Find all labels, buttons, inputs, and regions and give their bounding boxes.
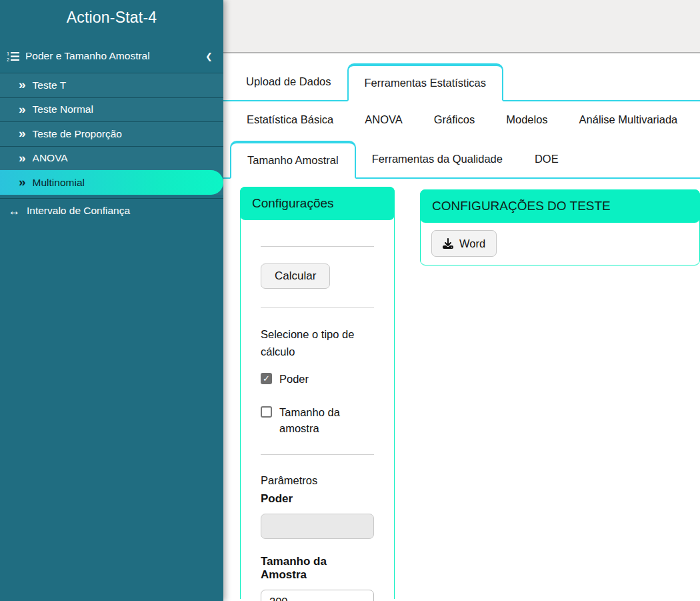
checkbox-label: Tamanho da amostra [279,405,374,437]
double-chevron-icon: » [19,127,26,139]
divider [261,454,374,455]
checkbox-row-tamanho-da-amostra[interactable]: Tamanho da amostra [261,405,374,437]
panels-container: Configurações Calcular Selecione o tipo … [223,179,700,599]
sidebar-item-teste-de-proporcao[interactable]: » Teste de Proporção [0,121,223,146]
nav-modelos[interactable]: Modelos [506,113,547,126]
config-panel-body: Calcular Selecione o tipo de cálculo Pod… [241,246,394,601]
divider [261,246,374,247]
sidebar-submenu: » Teste T » Teste Normal » Teste de Prop… [0,73,223,195]
sidebar-item-teste-normal[interactable]: » Teste Normal [0,97,223,122]
test-config-panel: CONFIGURAÇÕES DO TESTE Word [420,189,700,265]
divider [261,307,374,308]
sidebar-item-label: Teste T [33,79,67,91]
sidebar-item-anova[interactable]: » ANOVA [0,146,223,171]
calculate-button[interactable]: Calcular [261,263,330,289]
word-export-button[interactable]: Word [431,230,497,257]
config-panel: Configurações Calcular Selecione o tipo … [240,187,395,599]
sidebar-item-multinomial[interactable]: » Multinomial [0,170,223,195]
tab-label: Tamanho Amostral [247,154,339,167]
sidebar-item-teste-t[interactable]: » Teste T [0,73,223,97]
arrows-horizontal-icon: ↔ [8,205,20,217]
tab-doe[interactable]: DOE [519,141,575,177]
double-chevron-icon: » [19,175,26,188]
test-config-panel-header: CONFIGURAÇÕES DO TESTE [420,189,700,223]
nav-graficos[interactable]: Gráficos [434,113,475,126]
nav-anova[interactable]: ANOVA [365,113,403,126]
app-title: Action-Stat-4 [0,0,223,33]
tab-ferramentas-estatisticas[interactable]: Ferramentas Estatísticas [347,63,503,101]
tab-ferramentas-da-qualidade[interactable]: Ferramentas da Qualidade [356,141,519,177]
sidebar-menu-label: Poder e Tamanho Amostral [25,50,199,62]
sidebar-item-label: Teste de Proporção [33,128,122,140]
parameters-label: Parâmetros [261,474,374,487]
primary-tab-row: Upload de Dados Ferramentas Estatísticas [223,63,700,101]
tab-label: Ferramentas Estatísticas [365,77,486,89]
poder-checkbox[interactable] [261,373,272,384]
sidebar-menu-power-sample-size[interactable]: 1 2 Poder e Tamanho Amostral ❮ [0,43,223,69]
tab-label: Ferramentas da Qualidade [372,153,503,165]
tab-upload-de-dados[interactable]: Upload de Dados [230,63,347,100]
checkbox-label: Poder [279,372,309,388]
sidebar-item-label: Intervalo de Confiança [27,205,130,217]
calc-type-label: Selecione o tipo de cálculo [261,326,374,360]
word-button-label: Word [459,237,485,250]
tab-label: DOE [535,153,559,165]
tamanho-da-amostra-checkbox[interactable] [261,406,272,418]
chevron-left-icon[interactable]: ❮ [205,51,213,61]
download-icon [443,238,453,249]
sidebar-item-label: Multinomial [33,177,85,189]
sidebar-item-label: Teste Normal [33,103,93,115]
topbar [223,0,700,53]
double-chevron-icon: » [19,151,26,164]
tertiary-tab-row: Tamanho Amostral Ferramentas da Qualidad… [223,141,700,179]
nav-estatistica-basica[interactable]: Estatística Básica [247,113,333,126]
sidebar: Action-Stat-4 1 2 Poder e Tamanho Amostr… [0,0,223,601]
checkbox-row-poder[interactable]: Poder [261,372,374,388]
tab-tamanho-amostral[interactable]: Tamanho Amostral [230,141,356,179]
content-area: Upload de Dados Ferramentas Estatísticas… [223,63,700,599]
double-chevron-icon: » [19,103,26,115]
main-area: Upload de Dados Ferramentas Estatísticas… [223,0,700,601]
power-field-label: Poder [261,492,374,506]
config-panel-header: Configurações [240,187,395,220]
sample-size-input[interactable] [261,590,374,601]
secondary-nav-row: Estatística Básica ANOVA Gráficos Modelo… [223,101,700,141]
power-input [261,514,374,539]
list-ol-icon: 1 2 [7,51,19,62]
sample-size-field-label: Tamanho da Amostra [261,555,374,582]
sidebar-item-label: ANOVA [33,152,68,164]
svg-text:2: 2 [7,57,9,62]
sidebar-item-intervalo-de-confianca[interactable]: ↔ Intervalo de Confiança [0,198,223,223]
double-chevron-icon: » [19,78,26,91]
svg-text:1: 1 [7,51,9,57]
tab-label: Upload de Dados [246,75,331,88]
nav-analise-multivariada[interactable]: Análise Multivariada [579,113,678,126]
